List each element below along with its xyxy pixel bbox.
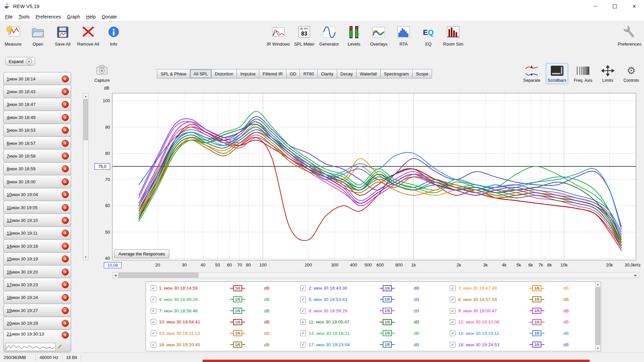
- scroll-down-icon[interactable]: ▼: [595, 346, 600, 351]
- smoothing-badge[interactable]: 1/6: [380, 319, 395, 325]
- delete-measurement-icon[interactable]: ×: [62, 127, 69, 134]
- preferences-button[interactable]: Preferences: [618, 23, 641, 47]
- checkbox-checked-icon[interactable]: ✓: [151, 285, 156, 291]
- smoothing-badge[interactable]: 1/6: [230, 285, 245, 291]
- measurement-item[interactable]: 9июн 30 19:00×: [3, 175, 71, 188]
- tab-impulse[interactable]: Impulse: [236, 69, 259, 78]
- generator-button[interactable]: Generator: [319, 23, 339, 47]
- checkbox-checked-icon[interactable]: ✓: [300, 297, 306, 302]
- menu-item-help[interactable]: Help: [83, 13, 99, 20]
- checkbox-checked-icon[interactable]: ✓: [450, 308, 455, 314]
- spl-chart[interactable]: dB10090807060504020304050607080100200300…: [91, 84, 644, 272]
- tab-all-spl[interactable]: All SPL: [190, 69, 211, 78]
- measure-button[interactable]: Measure: [3, 23, 23, 47]
- scroll-right-icon[interactable]: ▶: [633, 273, 638, 278]
- checkbox-checked-icon[interactable]: ✓: [300, 319, 306, 325]
- delete-measurement-icon[interactable]: ×: [62, 307, 69, 314]
- levels-button[interactable]: Levels: [343, 23, 364, 47]
- legend-scrollbar-thumb[interactable]: [596, 287, 600, 345]
- info-button[interactable]: Info: [103, 23, 124, 47]
- checkbox-checked-icon[interactable]: ✓: [300, 330, 306, 336]
- checkbox-checked-icon[interactable]: ✓: [300, 285, 306, 291]
- tab-waterfall[interactable]: Waterfall: [356, 69, 380, 78]
- tab-spectrogram[interactable]: Spectrogram: [380, 69, 412, 78]
- measurement-item[interactable]: 12июн 30 19:10×: [3, 214, 71, 227]
- tab-distortion[interactable]: Distortion: [211, 69, 237, 78]
- measurement-item[interactable]: 5июн 30 18:53×: [3, 124, 71, 137]
- delete-measurement-icon[interactable]: ×: [62, 268, 69, 276]
- delete-measurement-icon[interactable]: ×: [62, 165, 69, 172]
- delete-measurement-icon[interactable]: ×: [62, 331, 69, 339]
- tab-gd[interactable]: GD: [286, 69, 300, 78]
- checkbox-checked-icon[interactable]: ✓: [450, 319, 455, 325]
- smoothing-badge[interactable]: 1/6: [230, 330, 245, 336]
- checkbox-checked-icon[interactable]: ✓: [151, 308, 156, 314]
- ir-windows-button[interactable]: IR Windows: [267, 23, 290, 47]
- save-all-button[interactable]: Save All: [52, 23, 73, 47]
- freq-axis-button[interactable]: Freq. Axis: [572, 63, 594, 84]
- checkbox-checked-icon[interactable]: ✓: [151, 330, 156, 336]
- tab-spl-phase[interactable]: SPL & Phase: [157, 69, 190, 78]
- smoothing-badge[interactable]: 1/6: [230, 308, 245, 314]
- measurement-item[interactable]: 13июн 30 19:11×: [3, 227, 71, 240]
- measurement-item[interactable]: 21июн 30 19:30:13×: [3, 329, 71, 352]
- delete-measurement-icon[interactable]: ×: [62, 101, 69, 108]
- delete-measurement-icon[interactable]: ×: [62, 204, 69, 211]
- smoothing-badge[interactable]: 1/6: [529, 319, 544, 325]
- measurement-item[interactable]: 6июн 30 18:57×: [3, 136, 71, 150]
- measurement-item[interactable]: 18июн 30 19:24×: [3, 291, 71, 304]
- checkbox-checked-icon[interactable]: ✓: [450, 285, 455, 291]
- delete-measurement-icon[interactable]: ×: [62, 294, 69, 301]
- open-button[interactable]: Open: [28, 23, 48, 47]
- delete-measurement-icon[interactable]: ×: [62, 178, 69, 185]
- limits-button[interactable]: Limits: [598, 63, 618, 84]
- menu-item-graph[interactable]: Graph: [64, 13, 83, 20]
- smoothing-badge[interactable]: 1/6: [380, 296, 395, 302]
- measurement-item[interactable]: 17июн 30 19:23×: [3, 278, 71, 291]
- maximize-button[interactable]: [605, 0, 625, 12]
- horizontal-scrollbar-thumb[interactable]: [118, 273, 198, 278]
- delete-measurement-icon[interactable]: ×: [62, 114, 69, 121]
- overlays-button[interactable]: Overlays: [368, 23, 389, 47]
- checkbox-checked-icon[interactable]: ✓: [300, 308, 306, 314]
- scrollbars-button[interactable]: Scrollbars: [546, 63, 569, 84]
- measurement-item[interactable]: 1июн 30 18:14×: [3, 72, 71, 85]
- smoothing-badge[interactable]: 1/6: [380, 308, 395, 314]
- smoothing-badge[interactable]: 1/6: [529, 330, 544, 336]
- delete-measurement-icon[interactable]: ×: [62, 320, 69, 327]
- menu-item-file[interactable]: File: [2, 13, 16, 20]
- vertical-scrollbar-thumb[interactable]: [84, 99, 88, 140]
- smoothing-badge[interactable]: 1/6: [529, 342, 544, 348]
- minimize-button[interactable]: [586, 0, 605, 12]
- delete-measurement-icon[interactable]: ×: [62, 191, 69, 198]
- checkbox-checked-icon[interactable]: ✓: [450, 297, 455, 302]
- measurement-item[interactable]: 19июн 30 19:27×: [3, 304, 71, 317]
- eq-button[interactable]: EQEQ: [418, 23, 439, 47]
- smoothing-badge[interactable]: 1/6: [529, 308, 544, 314]
- menu-item-tools[interactable]: Tools: [16, 13, 33, 20]
- measurement-item[interactable]: 3июн 30 18:47×: [3, 98, 71, 111]
- room-sim-button[interactable]: Room Sim: [443, 23, 464, 47]
- smoothing-badge[interactable]: 1/6: [380, 342, 395, 348]
- checkbox-checked-icon[interactable]: ✓: [450, 342, 455, 348]
- delete-measurement-icon[interactable]: ×: [62, 217, 69, 224]
- spl-meter-button[interactable]: dB SPL83SPL Meter: [294, 23, 315, 47]
- delete-measurement-icon[interactable]: ×: [62, 281, 69, 288]
- tab-decay[interactable]: Decay: [337, 69, 356, 78]
- checkbox-checked-icon[interactable]: ✓: [450, 330, 455, 336]
- smoothing-badge[interactable]: 1/6: [380, 330, 395, 336]
- measurement-item[interactable]: 8июн 30 18:59×: [3, 162, 71, 176]
- close-button[interactable]: ×: [625, 0, 644, 12]
- expand-button[interactable]: Expand »: [5, 57, 35, 66]
- checkbox-checked-icon[interactable]: ✓: [151, 319, 156, 325]
- delete-measurement-icon[interactable]: ×: [62, 88, 69, 95]
- rta-button[interactable]: RTA: [393, 23, 414, 47]
- measurement-item[interactable]: 7июн 30 18:58×: [3, 149, 71, 163]
- controls-button[interactable]: ⚙Controls: [621, 63, 641, 84]
- average-responses-button[interactable]: Average the Responses: [114, 249, 169, 258]
- delete-measurement-icon[interactable]: ×: [62, 255, 69, 262]
- measurement-item[interactable]: 16июн 30 19:20×: [3, 265, 71, 279]
- smoothing-badge[interactable]: 1/6: [230, 342, 245, 348]
- edit-pencil-icon[interactable]: [58, 344, 62, 350]
- measurement-item[interactable]: 20июн 30 19:29×: [3, 317, 71, 330]
